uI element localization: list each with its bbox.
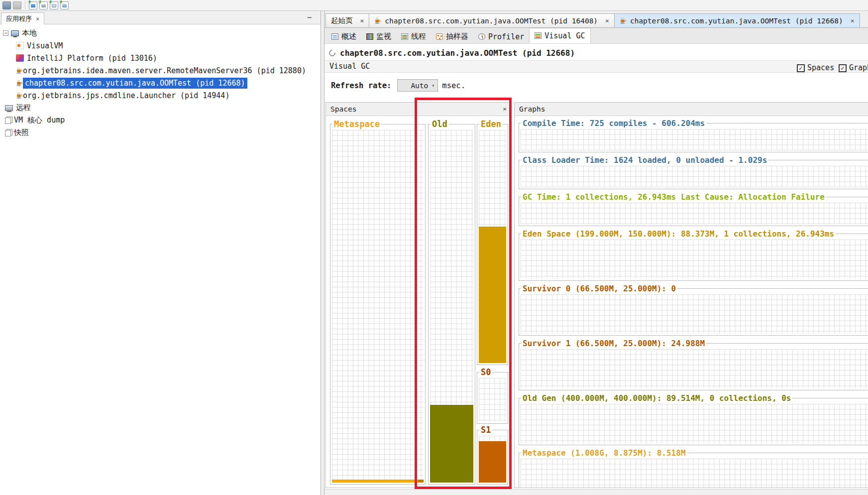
add-jmx-connection-icon[interactable]: + — [39, 1, 48, 9]
survivor1-label: Survivor 1 (66.500M, 25.000M): 24.988M — [521, 339, 706, 348]
graphs-panel-header: Graphs — [515, 103, 868, 116]
refresh-rate-row: Refresh rate: Auto ▾ msec. — [325, 73, 868, 92]
subtab-label: 线程 — [411, 32, 426, 41]
add-remote-host-icon[interactable]: + — [29, 1, 37, 9]
java-app-icon — [16, 80, 23, 87]
visual-gc-section-bar: Visual GC ✓ Spaces ✓ Graphs — [325, 60, 868, 73]
load-snapshot-icon[interactable] — [2, 1, 11, 9]
metaspace-graph-label: Metaspace (1.008G, 8.875M): 8.518M — [521, 449, 687, 457]
spinner-icon — [327, 48, 336, 57]
eden-space-graph-label: Eden Space (199.000M, 150.000M): 88.373M… — [521, 230, 836, 238]
spaces-checkbox-group: ✓ Spaces — [797, 62, 834, 74]
bottom-strip — [325, 489, 868, 495]
graphs-panel-body: Compile Time: 725 compiles - 606.204ms C… — [515, 116, 868, 488]
tab-start-page[interactable]: 起始页 × — [326, 13, 369, 27]
spaces-panel: Spaces × Metaspace Old Eden — [326, 102, 512, 488]
metaspace-usage-bar — [332, 480, 424, 483]
close-icon[interactable]: × — [503, 103, 507, 116]
tree-node-remotemavenserver[interactable]: org.jetbrains.idea.maven.server.RemoteMa… — [0, 64, 321, 77]
tree-node-launcher[interactable]: org.jetbrains.jps.cmdline.Launcher (pid … — [0, 89, 321, 102]
eden-space-box: Eden — [477, 120, 508, 365]
tree-node-intellij[interactable]: IntelliJ Platform (pid 13016) — [0, 52, 321, 64]
remote-host-icon — [5, 105, 13, 111]
subtab-sampler[interactable]: 抽样器 — [431, 30, 473, 43]
old-space-grid — [430, 130, 473, 483]
tab-label: chapter08.src.com.yutian.java.OOMTest (p… — [385, 17, 598, 25]
metaspace-space-grid — [332, 130, 424, 483]
applications-sidebar: 应用程序 × − − 本地 VisualVM IntelliJ Platform… — [0, 11, 321, 495]
tree-node-remote[interactable]: 远程 — [0, 102, 321, 114]
gc-time-label: GC Time: 1 collections, 26.943ms Last Ca… — [521, 193, 826, 201]
main-area: 起始页 × chapter08.src.com.yutian.java.OOMT… — [324, 11, 868, 495]
subtab-visual-gc[interactable]: Visual GC — [529, 28, 590, 43]
graph-rows: Compile Time: 725 compiles - 606.204ms C… — [519, 119, 868, 486]
compile-time-label: Compile Time: 725 compiles - 606.204ms — [521, 119, 706, 127]
s0-space-grid — [479, 378, 506, 422]
visual-gc-panels: Spaces × Metaspace Old Eden — [325, 102, 868, 489]
eden-space-graph-grid — [521, 240, 868, 279]
tree-node-local[interactable]: − 本地 — [0, 27, 321, 39]
subtab-profiler[interactable]: Profiler — [473, 30, 529, 43]
snapshot-icon — [5, 130, 11, 136]
minimize-sidebar-button[interactable]: − — [307, 13, 312, 22]
subtab-label: 抽样器 — [446, 32, 468, 41]
collapse-icon[interactable]: − — [3, 30, 8, 36]
survivor1-graph: Survivor 1 (66.500M, 25.000M): 24.988M — [519, 339, 868, 390]
refresh-rate-label: Refresh rate: — [331, 81, 391, 90]
profiler-icon — [478, 33, 485, 40]
refresh-rate-value: Auto — [411, 82, 428, 90]
add-vm-coredump-icon[interactable]: + — [50, 1, 58, 9]
s1-space-grid — [479, 436, 506, 483]
graphs-checkbox-label: Graphs — [849, 62, 868, 74]
gc-time-graph: GC Time: 1 collections, 26.943ms Last Ca… — [519, 193, 868, 226]
old-gen-grid — [521, 404, 868, 443]
s1-space-box: S1 — [477, 426, 508, 485]
toolbar-separator — [25, 1, 25, 9]
refresh-rate-unit: msec. — [442, 81, 465, 90]
java-app-icon — [16, 92, 23, 99]
section-label: Visual GC — [329, 62, 370, 71]
sidebar-header: 应用程序 × − — [0, 11, 321, 24]
refresh-rate-dropdown[interactable]: Auto ▾ — [397, 79, 438, 92]
eden-space-grid — [479, 130, 506, 363]
subtab-label: 监视 — [376, 32, 391, 41]
spaces-panel-body: Metaspace Old Eden — [326, 116, 511, 488]
close-icon[interactable]: × — [36, 15, 39, 22]
s0-space-box: S0 — [477, 368, 508, 424]
tree-node-coredump[interactable]: VM 核心 dump — [0, 114, 321, 126]
subtab-overview[interactable]: 概述 — [326, 30, 361, 43]
old-gen-label: Old Gen (400.000M, 400.000M): 89.514M, 0… — [521, 394, 792, 402]
metaspace-graph: Metaspace (1.008G, 8.875M): 8.518M — [519, 449, 868, 488]
add-snapshot-icon[interactable]: + — [60, 1, 69, 9]
monitor-icon — [366, 33, 373, 40]
compile-time-grid — [521, 129, 868, 150]
application-title-row: chapter08.src.com.yutian.java.OOMTest (p… — [325, 44, 868, 60]
visualvm-icon — [16, 42, 24, 49]
tree-node-snapshot[interactable]: 快照 — [0, 126, 321, 139]
tree-node-oomtest-selected[interactable]: chapter08.src.com.yutian.java.OOMTest (p… — [0, 77, 321, 89]
tab-oomtest-12668[interactable]: chapter08.src.com.yutian.java.OOMTest (p… — [614, 13, 860, 27]
chevron-down-icon: ▾ — [432, 83, 434, 88]
tree-node-label: 本地 — [22, 28, 37, 38]
graphs-checkbox[interactable]: ✓ — [839, 64, 847, 72]
threads-icon — [401, 33, 408, 40]
metaspace-space-label: Metaspace — [332, 120, 381, 128]
subtab-monitor[interactable]: 监视 — [361, 30, 396, 43]
close-icon[interactable]: × — [360, 17, 364, 24]
tree-node-label: VM 核心 dump — [14, 116, 65, 125]
old-space-box: Old — [428, 120, 475, 485]
close-icon[interactable]: × — [605, 17, 609, 24]
class-loader-time-label: Class Loader Time: 1624 loaded, 0 unload… — [521, 156, 768, 164]
spaces-checkbox[interactable]: ✓ — [797, 64, 805, 72]
subtab-threads[interactable]: 线程 — [396, 30, 431, 43]
visual-gc-icon — [535, 32, 542, 39]
tab-oomtest-16408[interactable]: chapter08.src.com.yutian.java.OOMTest (p… — [369, 13, 615, 27]
class-loader-time-graph: Class Loader Time: 1624 loaded, 0 unload… — [519, 156, 868, 189]
s1-space-label: S1 — [479, 426, 492, 434]
tab-applications[interactable]: 应用程序 × — [1, 12, 44, 24]
close-icon[interactable]: × — [851, 17, 855, 24]
tree-node-visualvm[interactable]: VisualVM — [0, 39, 321, 52]
eden-space-label: Eden — [479, 120, 503, 128]
save-all-icon[interactable] — [13, 1, 21, 9]
tab-label: 起始页 — [331, 16, 353, 25]
